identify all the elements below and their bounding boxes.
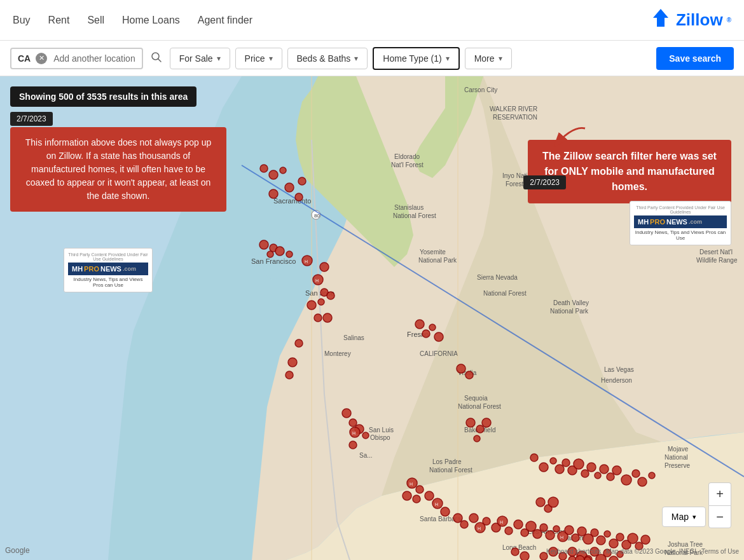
- mhpro-domain-right: .com: [689, 219, 702, 225]
- map-type-button[interactable]: Map ▾: [662, 507, 706, 527]
- svg-point-101: [453, 514, 462, 522]
- home-type-filter[interactable]: Home Type (1) ▾: [373, 47, 459, 70]
- mhpro-mh-left: MH: [72, 265, 83, 273]
- result-count-badge: Showing 500 of 3535 results in this area: [10, 86, 196, 107]
- search-button[interactable]: [148, 49, 165, 68]
- nav-sell[interactable]: Sell: [87, 15, 104, 26]
- terms-link[interactable]: Terms of Use: [701, 548, 739, 555]
- logo[interactable]: Zillow ®: [649, 6, 731, 34]
- svg-text:National Forest: National Forest: [429, 467, 472, 474]
- svg-text:National Park: National Park: [418, 257, 457, 264]
- svg-point-151: [562, 459, 570, 467]
- svg-point-178: [575, 556, 584, 560]
- svg-point-170: [425, 491, 434, 500]
- svg-text:H: H: [500, 520, 503, 524]
- svg-point-77: [323, 313, 332, 322]
- svg-point-99: [403, 491, 411, 500]
- map-type-label: Map: [672, 512, 689, 522]
- svg-text:Forest: Forest: [506, 181, 524, 188]
- zoom-in-button[interactable]: +: [708, 482, 731, 505]
- keyboard-shortcuts-link[interactable]: Keyboard shortcuts: [546, 548, 601, 555]
- nav-rent[interactable]: Rent: [48, 15, 70, 26]
- header: Buy Rent Sell Home Loans Agent finder Zi…: [0, 0, 744, 41]
- svg-point-86: [288, 358, 297, 367]
- third-party-text-right: Third Party Content Provided Under Fair …: [634, 205, 727, 214]
- search-bar: CA ✕ Add another location For Sale ▾ Pri…: [0, 41, 744, 76]
- zillow-logo-icon: [649, 6, 672, 34]
- svg-text:Monterey: Monterey: [324, 350, 351, 357]
- svg-point-154: [581, 470, 589, 477]
- svg-point-159: [612, 466, 621, 475]
- svg-text:Death Valley: Death Valley: [553, 299, 589, 306]
- svg-point-173: [441, 507, 450, 516]
- for-sale-filter[interactable]: For Sale ▾: [170, 48, 230, 69]
- svg-point-166: [280, 167, 286, 174]
- svg-point-80: [422, 330, 430, 338]
- nav-buy[interactable]: Buy: [13, 15, 31, 26]
- svg-text:San Luis: San Luis: [369, 427, 394, 434]
- add-location-text[interactable]: Add another location: [53, 53, 135, 64]
- svg-point-121: [572, 534, 579, 542]
- save-search-button[interactable]: Save search: [656, 47, 734, 70]
- chevron-down-icon: ▾: [354, 54, 358, 63]
- svg-text:National Forest: National Forest: [458, 403, 501, 410]
- svg-point-169: [416, 486, 424, 493]
- info-box-left: This information above does not always p…: [10, 127, 226, 212]
- svg-text:H: H: [435, 502, 438, 507]
- nav-links: Buy Rent Sell Home Loans Agent finder: [13, 15, 252, 26]
- svg-point-95: [466, 418, 475, 427]
- svg-text:Sierra Nevada: Sierra Nevada: [477, 274, 518, 281]
- svg-text:RESERVATION: RESERVATION: [493, 114, 537, 121]
- svg-point-85: [295, 339, 303, 347]
- map-container[interactable]: Sacramento San Francisco San Jose Salina…: [0, 76, 744, 560]
- svg-point-75: [318, 299, 324, 305]
- svg-point-79: [415, 320, 424, 329]
- svg-point-132: [641, 535, 650, 544]
- svg-point-100: [413, 495, 420, 503]
- svg-point-174: [536, 498, 545, 507]
- close-location-button[interactable]: ✕: [36, 53, 47, 64]
- svg-point-102: [460, 521, 468, 528]
- svg-point-176: [548, 497, 558, 507]
- svg-point-158: [607, 473, 614, 481]
- svg-text:Las Vegas: Las Vegas: [604, 366, 634, 373]
- more-filter[interactable]: More ▾: [465, 48, 512, 69]
- svg-point-163: [649, 472, 655, 479]
- nav-agent-finder[interactable]: Agent finder: [198, 15, 252, 26]
- svg-point-59: [285, 183, 294, 192]
- svg-point-96: [476, 425, 484, 433]
- svg-point-103: [469, 514, 478, 522]
- svg-text:Preserve: Preserve: [665, 462, 690, 469]
- svg-text:Wildlife Range: Wildlife Range: [696, 257, 738, 264]
- svg-point-111: [514, 520, 523, 529]
- zoom-out-button[interactable]: −: [708, 505, 731, 528]
- svg-point-65: [267, 251, 273, 257]
- mhpro-news-right: NEWS: [666, 218, 687, 226]
- svg-point-177: [568, 556, 576, 560]
- svg-line-1: [158, 58, 161, 62]
- map-zoom-controls: + −: [708, 482, 731, 528]
- nav-home-loans[interactable]: Home Loans: [122, 15, 180, 26]
- location-pill[interactable]: CA ✕ Add another location: [10, 48, 143, 69]
- svg-text:Mojave: Mojave: [668, 446, 689, 453]
- map-footer: Keyboard shortcuts Map data ©2023 Google…: [546, 548, 739, 555]
- svg-point-62: [295, 193, 303, 201]
- svg-point-117: [553, 526, 560, 532]
- svg-point-97: [482, 418, 491, 427]
- svg-text:Obispo: Obispo: [370, 434, 390, 441]
- svg-point-61: [269, 189, 278, 198]
- svg-point-114: [533, 529, 542, 538]
- svg-text:H: H: [352, 431, 355, 435]
- price-filter[interactable]: Price ▾: [235, 48, 282, 69]
- svg-point-83: [457, 364, 465, 373]
- chevron-down-icon: ▾: [217, 54, 221, 63]
- svg-text:H: H: [315, 278, 319, 283]
- mhpro-logo-box-right: MH PRO NEWS .com: [634, 215, 727, 228]
- svg-point-164: [260, 165, 268, 172]
- arrow-annotation: [541, 122, 591, 163]
- svg-point-91: [362, 432, 369, 439]
- beds-baths-filter[interactable]: Beds & Baths ▾: [287, 48, 368, 69]
- svg-point-81: [429, 324, 436, 331]
- svg-text:San Francisco: San Francisco: [251, 257, 296, 265]
- svg-point-76: [327, 292, 334, 299]
